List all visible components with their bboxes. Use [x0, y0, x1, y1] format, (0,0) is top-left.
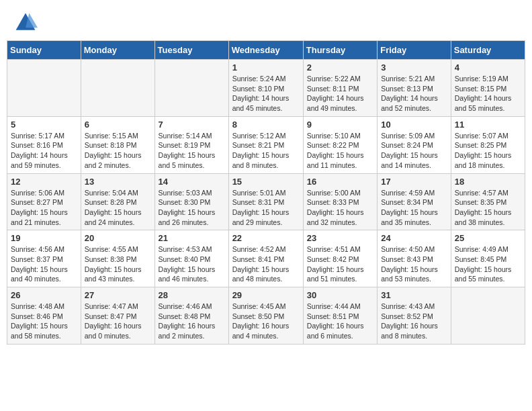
logo	[13, 11, 40, 35]
day-number: 27	[85, 290, 151, 300]
day-info-line: Daylight: 15 hours	[455, 265, 521, 275]
calendar-cell: 2Sunrise: 5:22 AMSunset: 8:11 PMDaylight…	[303, 60, 377, 117]
calendar-cell: 31Sunrise: 4:43 AMSunset: 8:52 PMDayligh…	[378, 287, 451, 345]
day-info-line: Sunrise: 5:19 AM	[455, 74, 521, 84]
day-number: 3	[381, 62, 447, 73]
day-info-line: Daylight: 14 hours	[232, 93, 300, 103]
header	[0, 0, 532, 40]
day-info-line: Sunset: 8:37 PM	[11, 255, 77, 265]
day-info-line: and 48 minutes.	[232, 274, 300, 284]
calendar-week-row: 19Sunrise: 4:56 AMSunset: 8:37 PMDayligh…	[7, 230, 525, 287]
day-number: 11	[455, 120, 521, 130]
calendar-cell: 13Sunrise: 5:04 AMSunset: 8:28 PMDayligh…	[81, 173, 154, 230]
day-number: 20	[85, 233, 151, 243]
day-info-line: Sunrise: 4:45 AM	[232, 302, 300, 312]
day-info-line: and 8 minutes.	[381, 331, 447, 341]
calendar-header-cell: Friday	[378, 41, 451, 60]
day-number: 5	[11, 120, 77, 130]
day-number: 29	[232, 290, 300, 300]
day-info-line: Sunrise: 5:14 AM	[159, 131, 225, 141]
day-info-line: Sunrise: 4:46 AM	[159, 302, 225, 312]
day-info-line: and 38 minutes.	[455, 218, 521, 228]
calendar-week-row: 5Sunrise: 5:17 AMSunset: 8:16 PMDaylight…	[7, 116, 525, 173]
day-info-line: Sunset: 8:51 PM	[307, 312, 373, 322]
day-info-line: Daylight: 16 hours	[85, 321, 151, 331]
day-number: 19	[11, 233, 77, 243]
day-info-line: Sunrise: 4:59 AM	[381, 188, 447, 198]
day-info-line: Sunset: 8:35 PM	[455, 197, 521, 208]
day-info-line: and 55 minutes.	[455, 274, 521, 284]
day-number: 26	[11, 290, 77, 300]
day-info-line: Sunrise: 5:03 AM	[159, 188, 225, 198]
day-info-line: Daylight: 14 hours	[381, 93, 447, 103]
day-number: 12	[11, 177, 77, 187]
day-info-line: Sunset: 8:40 PM	[159, 255, 225, 265]
calendar-body: 1Sunrise: 5:24 AMSunset: 8:10 PMDaylight…	[7, 60, 525, 345]
day-info-line: and 55 minutes.	[455, 103, 521, 113]
day-info-line: Daylight: 16 hours	[381, 321, 447, 331]
calendar-header-cell: Sunday	[7, 41, 81, 60]
day-info-line: Daylight: 14 hours	[307, 93, 373, 103]
day-info-line: Sunrise: 5:24 AM	[232, 74, 300, 84]
day-number: 8	[232, 120, 300, 130]
day-info-line: Daylight: 15 hours	[307, 150, 373, 161]
day-info-line: Daylight: 15 hours	[159, 150, 225, 161]
day-number: 17	[381, 177, 447, 187]
day-info-line: Sunset: 8:13 PM	[381, 84, 447, 94]
day-info-line: and 46 minutes.	[159, 274, 225, 284]
day-info-line: and 43 minutes.	[85, 274, 151, 284]
calendar-cell: 28Sunrise: 4:46 AMSunset: 8:48 PMDayligh…	[154, 287, 228, 345]
day-info-line: and 0 minutes.	[85, 331, 151, 341]
calendar-header-cell: Tuesday	[154, 41, 228, 60]
day-number: 10	[381, 120, 447, 130]
day-info-line: Sunrise: 4:43 AM	[381, 302, 447, 312]
day-info-line: Sunset: 8:52 PM	[381, 312, 447, 322]
day-info-line: Sunset: 8:34 PM	[381, 197, 447, 208]
day-info-line: and 4 minutes.	[232, 331, 300, 341]
day-info-line: Sunrise: 4:50 AM	[381, 244, 447, 255]
day-info-line: Daylight: 15 hours	[381, 208, 447, 218]
calendar-cell: 25Sunrise: 4:49 AMSunset: 8:45 PMDayligh…	[451, 230, 525, 287]
day-info-line: and 24 minutes.	[85, 218, 151, 228]
day-info-line: Daylight: 15 hours	[85, 265, 151, 275]
day-info-line: and 18 minutes.	[455, 161, 521, 171]
day-info-line: Sunset: 8:27 PM	[11, 197, 77, 208]
day-info-line: and 6 minutes.	[307, 331, 373, 341]
day-info-line: Sunrise: 5:21 AM	[381, 74, 447, 84]
day-number: 18	[455, 177, 521, 187]
day-number: 1	[232, 62, 300, 73]
day-info-line: Sunrise: 5:12 AM	[232, 131, 300, 141]
calendar-cell: 30Sunrise: 4:44 AMSunset: 8:51 PMDayligh…	[303, 287, 377, 345]
calendar-cell: 21Sunrise: 4:53 AMSunset: 8:40 PMDayligh…	[154, 230, 228, 287]
day-info-line: Daylight: 15 hours	[307, 208, 373, 218]
day-info-line: Sunset: 8:38 PM	[85, 255, 151, 265]
day-info-line: and 52 minutes.	[381, 103, 447, 113]
day-info-line: Daylight: 15 hours	[11, 265, 77, 275]
day-number: 14	[159, 177, 225, 187]
day-info-line: Daylight: 15 hours	[232, 265, 300, 275]
calendar-cell: 29Sunrise: 4:45 AMSunset: 8:50 PMDayligh…	[228, 287, 303, 345]
day-info-line: Sunset: 8:28 PM	[85, 197, 151, 208]
calendar-cell: 18Sunrise: 4:57 AMSunset: 8:35 PMDayligh…	[451, 173, 525, 230]
day-info-line: Sunset: 8:48 PM	[159, 312, 225, 322]
day-info-line: Sunrise: 5:00 AM	[307, 188, 373, 198]
day-info-line: and 32 minutes.	[307, 218, 373, 228]
calendar-cell: 1Sunrise: 5:24 AMSunset: 8:10 PMDaylight…	[228, 60, 303, 117]
day-info-line: Sunset: 8:19 PM	[159, 140, 225, 150]
day-info-line: Daylight: 15 hours	[307, 265, 373, 275]
day-info-line: Sunset: 8:11 PM	[307, 84, 373, 94]
day-info-line: and 45 minutes.	[232, 103, 300, 113]
day-number: 16	[307, 177, 373, 187]
day-info-line: Sunrise: 5:04 AM	[85, 188, 151, 198]
calendar-cell: 11Sunrise: 5:07 AMSunset: 8:25 PMDayligh…	[451, 116, 525, 173]
day-info-line: Sunrise: 5:22 AM	[307, 74, 373, 84]
day-number: 9	[307, 120, 373, 130]
day-info-line: and 11 minutes.	[307, 161, 373, 171]
calendar-cell: 20Sunrise: 4:55 AMSunset: 8:38 PMDayligh…	[81, 230, 154, 287]
calendar-cell: 5Sunrise: 5:17 AMSunset: 8:16 PMDaylight…	[7, 116, 81, 173]
day-info-line: Daylight: 14 hours	[455, 93, 521, 103]
calendar-header-cell: Saturday	[451, 41, 525, 60]
calendar-cell: 12Sunrise: 5:06 AMSunset: 8:27 PMDayligh…	[7, 173, 81, 230]
calendar-cell: 24Sunrise: 4:50 AMSunset: 8:43 PMDayligh…	[378, 230, 451, 287]
day-info-line: Sunrise: 5:15 AM	[85, 131, 151, 141]
